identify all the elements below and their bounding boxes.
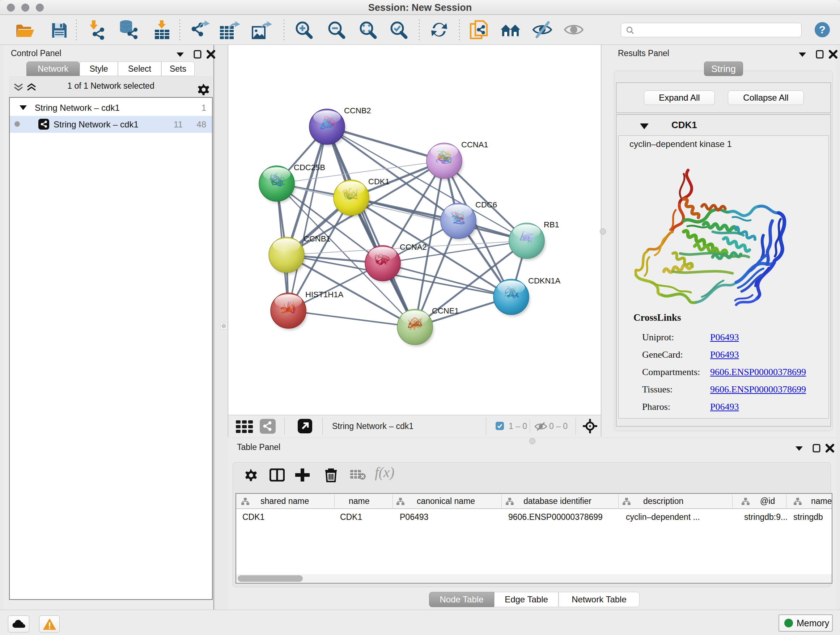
svg-text:RB1: RB1 <box>544 220 559 229</box>
svg-text:CCNB2: CCNB2 <box>344 106 371 115</box>
svg-text:CCNA1: CCNA1 <box>461 140 488 149</box>
svg-text:CDC6: CDC6 <box>475 200 497 209</box>
svg-text:CCNA2: CCNA2 <box>400 242 427 252</box>
svg-text:CDKN1A: CDKN1A <box>528 276 561 285</box>
svg-text:CDK1: CDK1 <box>368 177 390 186</box>
svg-text:HIST1H1A: HIST1H1A <box>305 290 343 299</box>
svg-text:CDC25B: CDC25B <box>294 163 325 172</box>
svg-text:CCNB1: CCNB1 <box>303 234 331 243</box>
svg-text:CCNE1: CCNE1 <box>432 306 459 315</box>
